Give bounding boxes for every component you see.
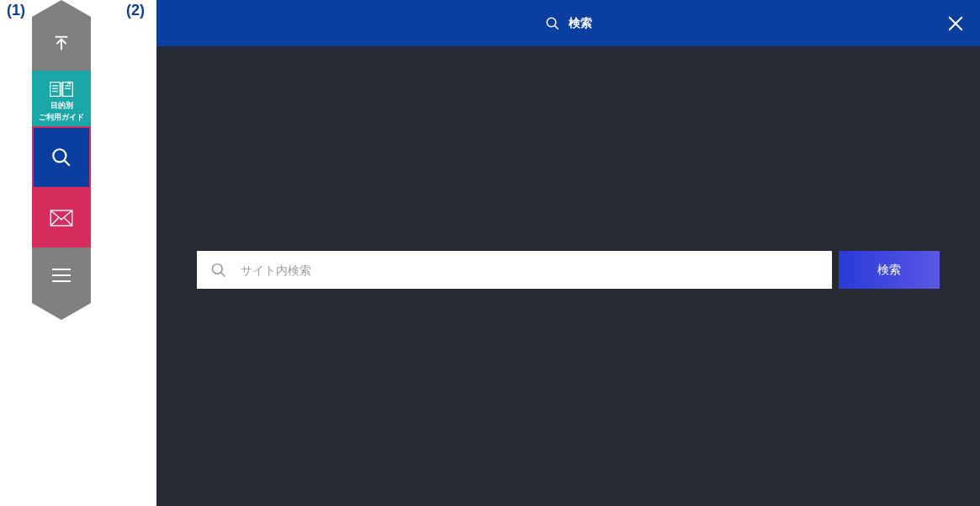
search-row: 検索 [197, 251, 940, 289]
panel-title: 検索 [569, 16, 592, 31]
guide-label-line2: ご利用ガイド [39, 113, 84, 122]
search-panel: 検索 検索 [156, 0, 980, 506]
close-button[interactable] [946, 14, 965, 33]
sidebar-menu-button[interactable] [32, 248, 91, 303]
search-icon [50, 146, 72, 168]
search-input[interactable] [241, 264, 818, 277]
scroll-top-button[interactable] [32, 17, 91, 71]
mail-icon [50, 210, 73, 226]
search-icon [545, 16, 560, 31]
svg-point-16 [547, 18, 556, 27]
search-submit-button[interactable]: 検索 [839, 251, 940, 289]
annotation-2: (2) [126, 2, 145, 19]
svg-line-11 [50, 218, 58, 226]
svg-point-8 [53, 149, 66, 162]
search-input-container[interactable] [197, 251, 832, 289]
sidebar-search-highlight [32, 126, 91, 189]
search-submit-label: 検索 [877, 263, 901, 278]
svg-line-9 [65, 161, 70, 166]
sidebar: 目的別 ご利用ガイド [32, 0, 91, 320]
hamburger-icon [51, 268, 72, 283]
sidebar-search-button[interactable] [34, 128, 89, 187]
usage-guide-button[interactable]: 目的別 ご利用ガイド [32, 71, 91, 126]
svg-point-18 [213, 264, 223, 274]
guide-label-line1: 目的別 [50, 101, 73, 110]
search-icon [210, 262, 227, 279]
sidebar-contact-button[interactable] [32, 189, 91, 248]
sidebar-pointer-top [32, 0, 91, 17]
sidebar-pointer-bottom [32, 303, 91, 320]
search-panel-header: 検索 [156, 0, 980, 46]
arrow-up-icon [52, 35, 71, 53]
annotation-1: (1) [7, 2, 25, 19]
svg-line-19 [221, 272, 225, 276]
svg-line-17 [554, 25, 558, 29]
book-icon [49, 80, 74, 99]
svg-line-12 [65, 218, 72, 226]
